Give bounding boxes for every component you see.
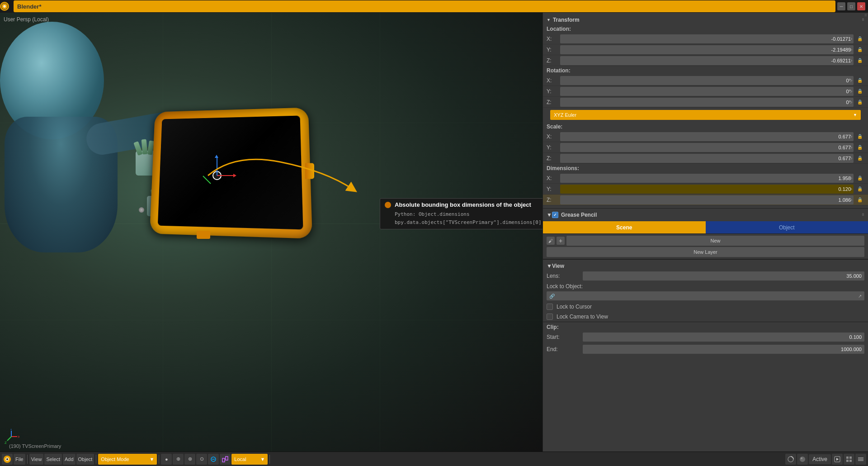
grease-pencil-dots: ⠿ [862,213,864,217]
new-layer-button[interactable]: New Layer [547,247,864,257]
settings-icon-1[interactable] [844,454,854,465]
settings-icon-2[interactable] [855,454,866,465]
transform-triangle-icon: ▼ [547,18,551,22]
dim-x-lock[interactable]: 🔒 [855,174,864,183]
lock-object-arrow-icon: ↗ [858,294,862,299]
loc-y-input[interactable]: -2.19489 [560,45,854,54]
plus-icon[interactable]: + [557,237,565,245]
tool-icon-5[interactable] [220,454,231,465]
loc-z-value: -0.69211 [563,58,851,63]
bottom-toolbar: File View Select Add Object Object Mode … [0,452,868,466]
separator-1 [27,455,28,464]
viewport[interactable]: User Persp (Local) [0,13,542,452]
toolbar-blender-icon[interactable] [2,454,13,465]
select-menu-button[interactable]: Select [44,454,62,465]
svg-text:Y: Y [10,429,13,431]
rot-y-input[interactable]: 0° [560,87,854,96]
lock-object-input-row: 🔗 ↗ [543,291,868,302]
view-header[interactable]: ▼ View [543,262,868,271]
separator-2 [96,455,96,464]
mode-selector[interactable]: Object Mode ▼ [98,454,157,465]
view-triangle-icon: ▼ [547,263,552,269]
sc-x-input[interactable]: 0.677 [560,132,854,141]
rot-x-input[interactable]: 0° [560,76,854,85]
rot-z-lock[interactable]: 🔒 [855,98,864,107]
active-label: Active [812,456,827,462]
properties-panel[interactable]: ▼ Transform ⠿ Location: X: -0.01271 🔒 Y: [543,13,868,452]
dim-y-input[interactable]: 0.120 [560,185,854,194]
scene-object-tabs: Scene Object [543,221,868,234]
lock-object-input[interactable]: 🔗 ↗ [547,291,864,300]
lock-cursor-checkbox[interactable] [547,304,553,310]
rot-y-lock[interactable]: 🔒 [855,87,864,96]
loc-z-lock[interactable]: 🔒 [855,56,864,65]
sc-y-lock[interactable]: 🔒 [855,143,864,152]
close-button[interactable]: ✕ [857,2,865,10]
clip-section: Clip: Start: 0.100 End: 1000.000 [543,322,868,357]
viewport-label: User Persp (Local) [4,16,49,23]
sc-z-lock[interactable]: 🔒 [855,154,864,163]
tab-object[interactable]: Object [706,221,868,233]
viewport-shading-icon-1[interactable] [785,454,796,465]
lock-camera-row: Lock Camera to View [543,312,868,322]
new-layer-row: New Layer [547,247,864,257]
start-label: Start: [547,334,583,340]
sc-x-lock[interactable]: 🔒 [855,132,864,141]
render-icon[interactable] [832,454,843,465]
sc-z-input[interactable]: 0.677 [560,154,854,163]
dim-y-lock[interactable]: 🔒 [855,185,864,194]
euler-dropdown[interactable]: XYZ Euler ▼ [550,110,861,120]
svg-point-16 [800,456,805,462]
add-menu-button[interactable]: Add [63,454,75,465]
loc-z-input[interactable]: -0.69211 [560,56,854,65]
loc-x-input[interactable]: -0.01271 [560,34,854,43]
loc-x-lock[interactable]: 🔒 [855,34,864,43]
tool-icon-3[interactable]: ⊙ [196,454,207,465]
lock-to-object-row: Lock to Object: [543,281,868,291]
lens-label: Lens: [547,273,583,279]
gizmo-x-arrow [233,174,236,177]
tool-icon-1[interactable]: ⊕ [173,454,184,465]
start-input[interactable]: 0.100 [583,333,864,342]
separator-3 [159,455,159,464]
file-menu-button[interactable]: File [14,454,25,465]
lens-input[interactable]: 35.000 [583,271,864,281]
local-label: Local [234,456,246,462]
local-button[interactable]: Local ▼ [231,454,268,465]
loc-y-label: Y: [547,47,560,53]
sc-z-label: Z: [547,155,560,162]
euler-arrow-icon: ▼ [853,113,857,117]
grease-pencil-checkbox[interactable]: ✓ [552,212,558,218]
tool-icon-4[interactable] [208,454,219,465]
transform-header[interactable]: ▼ Transform ⠿ [543,15,868,24]
new-button[interactable]: New [566,236,864,246]
viewport-shading-icon-2[interactable] [797,454,808,465]
maximize-button[interactable]: □ [847,2,855,10]
view-menu-button[interactable]: View [29,454,44,465]
global-local-icon[interactable]: ● [161,454,172,465]
svg-text:X: X [18,435,19,439]
dim-y-row: Y: 0.120 🔒 [543,184,868,195]
transform-panel-dots: ⠿ [862,18,864,22]
tab-scene[interactable]: Scene [543,221,706,233]
dim-z-lock[interactable]: 🔒 [855,195,864,204]
tool-icon-2[interactable]: ⊗ [184,454,195,465]
object-menu-button[interactable]: Object [76,454,94,465]
end-input[interactable]: 1000.000 [583,345,864,354]
sc-y-input[interactable]: 0.677 [560,143,854,152]
rot-z-input[interactable]: 0° [560,98,854,107]
grease-pencil-header[interactable]: ▼ ✓ Grease Pencil ⠿ [543,210,868,219]
transform-gizmo[interactable] [208,166,226,185]
lock-camera-checkbox[interactable] [547,314,553,320]
dim-x-input[interactable]: 1.958 [560,174,854,183]
minimize-button[interactable]: ─ [837,2,845,10]
grid-line-h3 [0,320,542,320]
loc-y-lock[interactable]: 🔒 [855,45,864,54]
dim-z-input[interactable]: 1.086 [560,195,854,204]
object-menu-label: Object [78,456,93,462]
rot-x-lock[interactable]: 🔒 [855,76,864,85]
paint-icon: 🖌 [547,237,555,245]
loc-x-label: X: [547,36,560,42]
add-menu-label: Add [65,456,74,462]
dim-z-row: Z: 1.086 🔒 [543,195,868,205]
